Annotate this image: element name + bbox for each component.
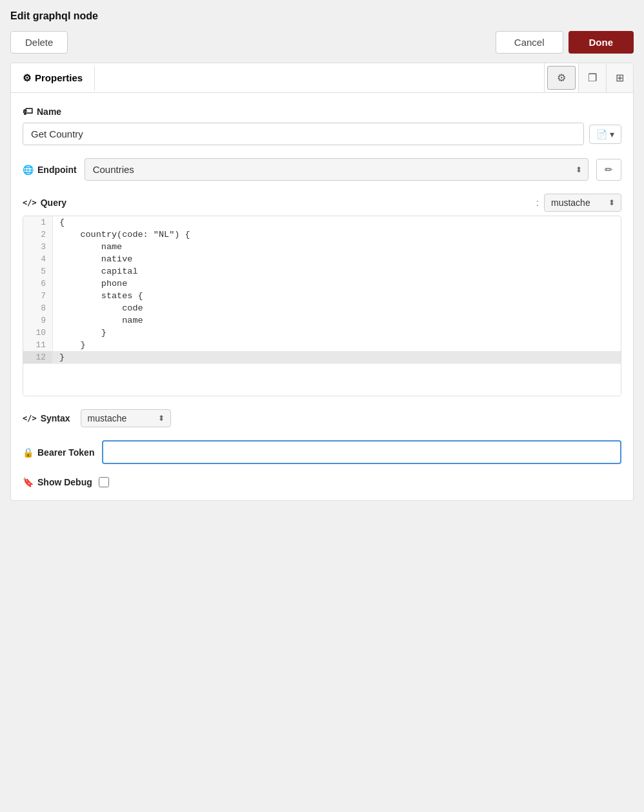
line-number: 9 [23, 314, 53, 327]
line-content: native [53, 253, 621, 265]
line-content: country(code: "NL") { [53, 228, 621, 241]
line-number: 5 [23, 265, 53, 278]
delete-button[interactable]: Delete [10, 31, 68, 54]
line-number: 4 [23, 253, 53, 265]
bearer-section: 🔒 Bearer Token [23, 440, 621, 464]
line-number: 11 [23, 339, 53, 351]
code-line: 12} [23, 351, 621, 363]
bookmark-icon: 🔖 [23, 477, 34, 487]
tab-icon-copy-button[interactable]: ❐ [578, 63, 606, 92]
code-icon: </> [23, 198, 37, 207]
line-number: 1 [23, 216, 53, 228]
syntax-field-select-wrapper: mustache handlebars none ⬍ [81, 409, 171, 427]
line-content: phone [53, 278, 621, 290]
line-content: } [53, 339, 621, 351]
line-content: name [53, 241, 621, 253]
bearer-token-input[interactable] [102, 440, 621, 464]
name-input[interactable] [23, 123, 584, 145]
endpoint-row: 🌐 Endpoint Countries ⬍ ✏ [23, 158, 621, 181]
code-line: 11 } [23, 339, 621, 351]
code-line: 4 native [23, 253, 621, 265]
endpoint-select[interactable]: Countries [85, 158, 589, 181]
syntax-section: </> Syntax mustache handlebars none ⬍ [23, 409, 621, 427]
line-content: } [53, 327, 621, 339]
copy-icon: ❐ [588, 72, 597, 84]
tag-icon: 🏷 [23, 106, 33, 117]
show-debug-checkbox[interactable] [99, 477, 109, 487]
name-section: 🏷 Name 📄 ▾ [23, 106, 621, 145]
query-label: </> Query [23, 198, 66, 208]
debug-section: 🔖 Show Debug [23, 477, 621, 487]
endpoint-edit-button[interactable]: ✏ [596, 159, 621, 181]
line-number: 8 [23, 302, 53, 314]
syntax-code-icon: </> [23, 414, 37, 423]
lock-icon: 🔒 [23, 447, 34, 458]
tab-icons: ⚙ ❐ ⊞ [544, 63, 633, 92]
code-line: 7 states { [23, 290, 621, 302]
query-syntax-row: : mustache handlebars none ⬍ [536, 194, 621, 212]
code-line: 2 country(code: "NL") { [23, 228, 621, 241]
panel-body: 🏷 Name 📄 ▾ 🌐 Endpoint [11, 93, 633, 500]
doc-icon: 📄 [596, 129, 607, 139]
grid-icon: ⊞ [616, 72, 624, 84]
line-number: 3 [23, 241, 53, 253]
line-number: 7 [23, 290, 53, 302]
code-line: 3 name [23, 241, 621, 253]
code-line: 10 } [23, 327, 621, 339]
line-content: { [53, 216, 621, 228]
code-line: 8 code [23, 302, 621, 314]
settings-icon: ⚙ [557, 72, 566, 84]
code-line: 5 capital [23, 265, 621, 278]
syntax-label: </> Syntax [23, 413, 70, 423]
endpoint-section: 🌐 Endpoint Countries ⬍ ✏ [23, 158, 621, 181]
syntax-field-select[interactable]: mustache handlebars none [81, 409, 171, 427]
line-content: capital [53, 265, 621, 278]
properties-panel: Properties ⚙ ❐ ⊞ 🏷 Name [10, 63, 634, 501]
tab-properties-label: Properties [35, 72, 83, 83]
colon-separator: : [536, 198, 539, 208]
query-header: </> Query : mustache handlebars none ⬍ [23, 194, 621, 212]
line-number: 6 [23, 278, 53, 290]
tab-icon-grid-button[interactable]: ⊞ [606, 63, 633, 92]
panel-tabs: Properties ⚙ ❐ ⊞ [11, 63, 633, 93]
query-syntax-select-wrapper: mustache handlebars none ⬍ [544, 194, 621, 212]
line-content: code [53, 302, 621, 314]
code-line: 1{ [23, 216, 621, 228]
toolbar: Delete Cancel Done [10, 31, 634, 54]
line-content: name [53, 314, 621, 327]
bearer-label: 🔒 Bearer Token [23, 447, 94, 458]
name-template-button[interactable]: 📄 ▾ [589, 125, 621, 144]
code-line: 9 name [23, 314, 621, 327]
endpoint-label: 🌐 Endpoint [23, 165, 77, 175]
query-syntax-select[interactable]: mustache handlebars none [544, 194, 621, 212]
tab-icon-gear-button[interactable]: ⚙ [547, 66, 576, 90]
line-number: 10 [23, 327, 53, 339]
globe-icon: 🌐 [23, 165, 34, 175]
code-editor[interactable]: 1{2 country(code: "NL") {3 name4 native5… [23, 216, 621, 396]
code-line: 6 phone [23, 278, 621, 290]
page-title: Edit graphql node [10, 10, 634, 22]
query-section: </> Query : mustache handlebars none ⬍ [23, 194, 621, 396]
cancel-button[interactable]: Cancel [496, 31, 563, 54]
line-number: 12 [23, 351, 53, 363]
line-number: 2 [23, 228, 53, 241]
pencil-icon: ✏ [605, 164, 613, 175]
line-content: } [53, 351, 621, 363]
endpoint-select-wrapper: Countries ⬍ [85, 158, 589, 181]
dropdown-arrow-icon: ▾ [610, 129, 614, 139]
line-content: states { [53, 290, 621, 302]
done-button[interactable]: Done [569, 31, 634, 54]
code-empty-area [23, 363, 621, 396]
debug-label: 🔖 Show Debug [23, 477, 92, 487]
name-label: 🏷 Name [23, 106, 621, 117]
name-row: 📄 ▾ [23, 123, 621, 145]
gear-icon [23, 72, 31, 84]
tab-properties[interactable]: Properties [11, 66, 95, 90]
